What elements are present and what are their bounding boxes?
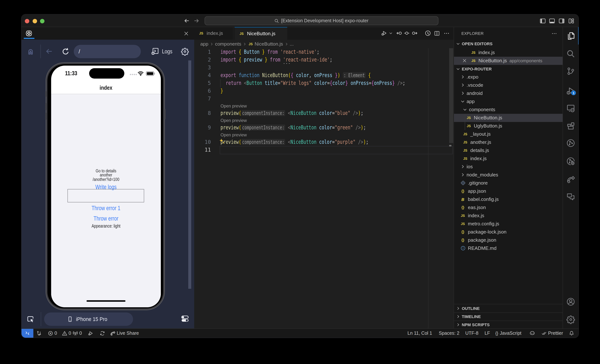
tree-row-vscode[interactable]: .vscode	[454, 81, 562, 89]
close-editor-icon[interactable]	[461, 58, 467, 64]
codelens-open-preview[interactable]: Open preview	[221, 131, 247, 138]
remote-explorer-activity-button[interactable]	[565, 102, 577, 114]
extensions-activity-button[interactable]	[565, 120, 577, 132]
tab-nicebutton-js[interactable]: JSNiceButton.js	[234, 27, 287, 40]
breadcrumb-item[interactable]: app	[200, 41, 208, 47]
tree-row-metroconfigjs[interactable]: JSmetro.config.js	[454, 220, 562, 228]
status-ln-11-col-1[interactable]: Ln 11, Col 1	[407, 329, 432, 338]
section-workspace[interactable]: EXPO-ROUTER	[454, 65, 562, 73]
reload-button[interactable]	[61, 47, 69, 56]
tree-row-NiceButtonjs[interactable]: JSNiceButton.js	[454, 114, 562, 122]
code-line-10[interactable]: preview(componentInstance: <NiceButton c…	[221, 138, 369, 146]
throw-error-1-link[interactable]: Throw error 1	[62, 205, 150, 211]
webview-scrollbar[interactable]	[188, 60, 191, 289]
breadcrumb-item[interactable]: NiceButton.js	[255, 41, 283, 47]
device-select-button[interactable]: iPhone 15 Pro	[44, 312, 133, 326]
files-activity-button[interactable]	[565, 29, 577, 42]
circle-outline-button[interactable]	[402, 29, 411, 38]
inspect-button[interactable]	[26, 315, 35, 323]
tree-row-ios[interactable]: ios	[454, 163, 562, 171]
preview-settings-button[interactable]	[181, 47, 189, 56]
sidebar-more-button[interactable]	[551, 31, 557, 37]
url-back-button[interactable]	[45, 47, 53, 55]
tree-row-packagelockjson[interactable]: {}package-lock.json	[454, 228, 562, 236]
follow-device-button[interactable]	[26, 47, 35, 56]
tree-row-nodemodules[interactable]: node_modules	[454, 171, 562, 179]
run-and-debug-activity-button[interactable]: 1	[565, 84, 577, 97]
status-sync[interactable]	[100, 329, 105, 338]
text-input-field[interactable]	[67, 189, 144, 202]
tree-row-packagejson[interactable]: {}package.json	[454, 236, 562, 244]
more-actions-button[interactable]	[442, 29, 451, 38]
codelens-open-preview[interactable]: Open preview	[221, 117, 247, 124]
code-line-6[interactable]: }	[221, 87, 223, 95]
tree-row-UglyButtonjs[interactable]: JSUglyButton.js	[454, 122, 562, 130]
circle-graph-search-activity-button[interactable]	[565, 155, 577, 168]
chevron-down-button[interactable]	[386, 29, 395, 38]
status-debug-alt[interactable]	[88, 329, 93, 338]
tree-row-android[interactable]: android	[454, 89, 562, 97]
live-share-activity-button[interactable]	[565, 173, 577, 186]
customize-layout-button[interactable]	[568, 17, 575, 24]
code-line-1[interactable]: import { Button } from 'react-native';	[221, 48, 319, 56]
close-panel-button[interactable]	[183, 31, 189, 36]
status-broadcast[interactable]: 0	[73, 329, 82, 338]
tree-row-easjson[interactable]: {}eas.json	[454, 203, 562, 212]
tree-row-appjson[interactable]: {}app.json	[454, 187, 562, 195]
url-bar[interactable]: /	[74, 45, 141, 58]
logs-button[interactable]: Logs	[151, 45, 175, 58]
breadcrumb-item[interactable]: ...	[290, 41, 294, 47]
tree-row-anotherjs[interactable]: JSanother.js	[454, 138, 562, 146]
code-line-5[interactable]: return <Button title="Write logs" color=…	[221, 79, 405, 87]
tree-row-babelconfigjs[interactable]: Bbabel.config.js	[454, 195, 562, 203]
section-npm-scripts[interactable]: NPM SCRIPTS	[454, 320, 562, 328]
history-forward-button[interactable]	[193, 17, 200, 24]
split-editor-button[interactable]	[432, 29, 441, 38]
status-ports[interactable]	[36, 329, 41, 338]
toggle-primary-sidebar-button[interactable]	[539, 17, 546, 24]
status-error[interactable]: 0	[48, 329, 57, 338]
source-control-activity-button[interactable]	[565, 65, 577, 77]
sparkle-quickfix-icon[interactable]	[219, 138, 225, 145]
status-copilot[interactable]	[529, 329, 535, 338]
traffic-zoom-button[interactable]	[40, 19, 44, 23]
history-back-button[interactable]	[183, 17, 190, 24]
tree-row-detailsjs[interactable]: JSdetails.js	[454, 146, 562, 154]
status-live-share-small[interactable]: Live Share	[110, 329, 139, 338]
status-utf-8[interactable]: UTF-8	[465, 329, 478, 338]
tree-row-indexjs[interactable]: JSindex.js	[454, 212, 562, 220]
settings-gear-activity-button[interactable]	[565, 313, 577, 326]
circle-graph-activity-button[interactable]	[565, 137, 577, 149]
traffic-close-button[interactable]	[25, 19, 29, 23]
code-line-8[interactable]: preview(componentInstance: <NiceButton c…	[221, 109, 363, 117]
section-timeline[interactable]: TIMELINE	[454, 312, 562, 321]
command-center[interactable]: [Extension Development Host] expo-router	[204, 16, 438, 25]
code-line-4[interactable]: export function NiceButton({ color, onPr…	[221, 72, 371, 79]
traffic-minimize-button[interactable]	[32, 19, 37, 23]
section-outline[interactable]: OUTLINE	[454, 304, 562, 312]
toggle-panel-button[interactable]	[548, 17, 555, 24]
tree-row-components[interactable]: components	[454, 105, 562, 114]
section-open-editors[interactable]: OPEN EDITORS	[454, 40, 562, 48]
tree-row-gitignore[interactable]: .gitignore	[454, 179, 562, 187]
editor-scrollbar[interactable]	[449, 48, 453, 143]
tree-row-app[interactable]: app	[454, 97, 562, 105]
status-javascript[interactable]: {}JavaScript	[495, 329, 521, 338]
codelens-open-preview[interactable]: Open preview	[221, 103, 247, 109]
tree-row-READMEmd[interactable]: README.md	[454, 244, 562, 252]
tree-row-layoutjs[interactable]: JS_layout.js	[454, 130, 562, 138]
throw-error-link[interactable]: Throw error	[62, 215, 150, 221]
breadcrumb-item[interactable]: components	[215, 41, 241, 47]
timeline-open-button[interactable]	[423, 29, 432, 38]
status-bell[interactable]	[569, 329, 574, 338]
account-activity-button[interactable]	[565, 295, 577, 308]
remote-indicator-button[interactable]	[21, 329, 33, 338]
comments-activity-button[interactable]	[565, 191, 577, 203]
code-line-2[interactable]: import { preview } from 'react-native-id…	[221, 56, 332, 64]
nav-forward-circle-button[interactable]	[410, 29, 419, 38]
open-editor-row[interactable]: JSindex.js	[454, 48, 562, 56]
code-line-9[interactable]: preview(componentInstance: <NiceButton c…	[221, 124, 366, 131]
device-settings-button[interactable]	[181, 315, 189, 323]
search-activity-button[interactable]	[565, 47, 577, 60]
toggle-secondary-sidebar-button[interactable]	[558, 17, 565, 24]
